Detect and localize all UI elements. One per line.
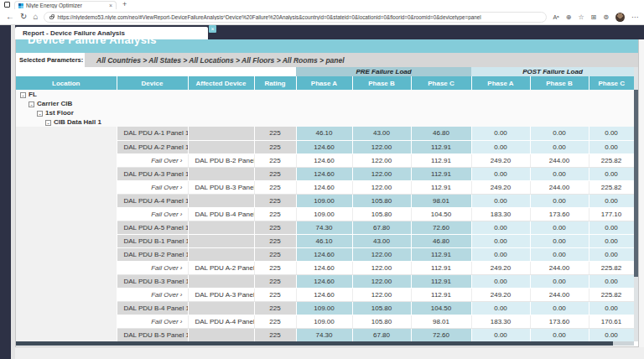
cell-pre-phase-b: 122.00: [352, 180, 411, 194]
cell-pre-phase-c: 46.80: [411, 234, 471, 247]
favorites-icon[interactable]: ☆: [578, 13, 584, 21]
cell-rating: 225: [254, 234, 296, 247]
tree-node-label[interactable]: FL: [29, 91, 37, 98]
horizontal-scrollbar-thumb[interactable]: [16, 341, 613, 346]
app-shell: Report - Device Failure Analysis × Devic…: [0, 25, 644, 359]
zoom-icon[interactable]: ⊕: [566, 13, 572, 21]
new-tab-button[interactable]: +: [122, 0, 127, 8]
cell-affected-device: [188, 167, 254, 180]
cell-pre-phase-c: 112.91: [411, 261, 471, 274]
cell-location: [16, 315, 117, 328]
cell-post-phase-c: 0.00: [589, 127, 634, 140]
cell-post-phase-a: 249.20: [471, 288, 530, 301]
tab-report-device-failure-analysis[interactable]: Report - Device Failure Analysis: [15, 27, 208, 39]
cell-pre-phase-b: 122.00: [352, 261, 411, 274]
back-icon[interactable]: ←: [6, 13, 14, 21]
vertical-scrollbar[interactable]: [634, 67, 638, 341]
table-row-device: DAL PDU A-2 Panel 1225124.60122.00112.91…: [16, 140, 634, 153]
tree-collapse-icon[interactable]: -: [37, 111, 43, 117]
cell-post-phase-c: 0.00: [589, 140, 634, 153]
cell-rating: 225: [254, 261, 296, 274]
cell-device: DAL PDU A-2 Panel 1: [117, 140, 188, 153]
cell-post-phase-b: 0.00: [530, 127, 589, 140]
table-row-device: DAL PDU B-2 Panel 1225124.60122.00112.91…: [16, 247, 634, 261]
tree-collapse-icon[interactable]: -: [45, 120, 51, 126]
table-row-failover: Fail Over ›DAL PDU A-2 Panel 1225124.601…: [16, 261, 634, 274]
cell-location: [16, 221, 117, 234]
table-row-failover: Fail Over ›DAL PDU B-4 Panel 1225109.001…: [16, 207, 634, 221]
cell-post-phase-b: 244.00: [530, 180, 589, 194]
cell-affected-device: DAL PDU B-3 Panel 1: [188, 180, 254, 194]
url-text[interactable]: https://nlytedemo53.nlyte.com/neo/#ViewR…: [57, 14, 480, 20]
cell-affected-device: DAL PDU A-2 Panel 1: [188, 261, 254, 274]
refresh-icon[interactable]: ↻: [20, 13, 27, 21]
report-tab-close-icon[interactable]: ×: [209, 25, 216, 33]
table-row-failover: Fail Over ›DAL PDU B-2 Panel 1225124.601…: [16, 153, 634, 167]
cell-rating: 225: [254, 328, 296, 341]
site-favicon-icon: [18, 3, 23, 8]
cell-pre-phase-a: 74.30: [296, 221, 352, 234]
collections-icon[interactable]: ⊞: [591, 13, 597, 21]
screen: Nlyte Energy Optimizer × + ← ↻ ⌂ https:/…: [0, 0, 644, 359]
cell-pre-phase-c: 112.91: [411, 288, 471, 301]
tree-node-label[interactable]: Carrier CIB: [37, 100, 72, 107]
horizontal-scrollbar[interactable]: [16, 341, 634, 346]
tree-row: -CIB Data Hall 1: [16, 117, 634, 127]
tree-node-label[interactable]: 1st Floor: [45, 109, 74, 117]
vertical-scrollbar-thumb[interactable]: [634, 90, 638, 277]
tree-collapse-icon[interactable]: -: [20, 92, 26, 98]
read-aloud-icon[interactable]: Aᵃ: [553, 14, 558, 20]
cell-post-phase-a: 0.00: [471, 234, 530, 247]
cell-pre-phase-c: 112.91: [411, 180, 471, 194]
col-header-location: Location: [16, 76, 117, 90]
cell-post-phase-a: 183.30: [471, 315, 530, 328]
col-header-pre-phase-c: Phase C: [411, 76, 471, 90]
cell-affected-device: [188, 274, 254, 288]
tree-node-label[interactable]: CIB Data Hall 1: [54, 118, 101, 126]
cell-location: [16, 140, 117, 153]
cell-location: [16, 207, 117, 221]
toolbar-right-icons: Aᵃ ⊕ ☆ ⊞ ⊚ ⋯: [553, 13, 638, 22]
cell-rating: 225: [254, 301, 296, 315]
table-row-device: DAL PDU B-4 Panel 1225109.00105.80104.50…: [16, 301, 634, 315]
cell-pre-phase-b: 122.00: [352, 247, 411, 261]
cell-post-phase-a: 0.00: [471, 194, 530, 207]
column-header-row: Location Device Affected Device Rating P…: [16, 76, 634, 90]
browser-toolbar: ← ↻ ⌂ https://nlytedemo53.nlyte.com/neo/…: [0, 9, 644, 24]
cell-pre-phase-a: 124.60: [296, 274, 352, 288]
tab-actions-icon[interactable]: [4, 2, 10, 8]
cell-affected-device: DAL PDU B-2 Panel 1: [188, 153, 254, 167]
tree-collapse-icon[interactable]: -: [29, 101, 34, 107]
address-bar[interactable]: https://nlytedemo53.nlyte.com/neo/#ViewR…: [44, 12, 547, 23]
cell-affected-device: [188, 140, 254, 153]
cell-location: [16, 127, 117, 140]
col-header-rating: Rating: [254, 76, 296, 90]
cell-rating: 225: [254, 288, 296, 301]
cell-pre-phase-a: 124.60: [296, 153, 352, 167]
cell-post-phase-b: 0.00: [530, 301, 589, 315]
cell-pre-phase-b: 122.00: [352, 153, 411, 167]
cell-pre-phase-b: 43.00: [352, 234, 411, 247]
cell-affected-device: DAL PDU B-4 Panel 1: [188, 207, 254, 221]
browser-tab[interactable]: Nlyte Energy Optimizer ×: [14, 1, 117, 9]
cell-location: [16, 153, 117, 167]
home-icon[interactable]: ⌂: [33, 13, 38, 21]
cell-post-phase-c: 0.00: [589, 274, 634, 288]
cell-post-phase-c: 177.10: [589, 207, 634, 221]
cell-post-phase-c: 0.00: [589, 247, 634, 261]
cell-location: [16, 167, 117, 180]
avatar[interactable]: [615, 13, 625, 22]
cell-pre-phase-c: 72.60: [411, 221, 471, 234]
cell-location: [16, 328, 117, 341]
tab-close-icon[interactable]: ×: [109, 3, 112, 8]
more-menu-icon[interactable]: ⋯: [631, 13, 638, 21]
lock-icon: [49, 16, 54, 19]
cell-pre-phase-c: 72.60: [411, 328, 471, 341]
cell-pre-phase-a: 109.00: [296, 194, 352, 207]
cell-post-phase-a: 0.00: [471, 301, 530, 315]
extensions-icon[interactable]: ⊚: [603, 13, 609, 21]
cell-device: Fail Over ›: [117, 180, 188, 194]
cell-rating: 225: [254, 247, 296, 261]
cell-pre-phase-c: 104.50: [411, 207, 471, 221]
cell-post-phase-b: 0.00: [530, 140, 589, 153]
